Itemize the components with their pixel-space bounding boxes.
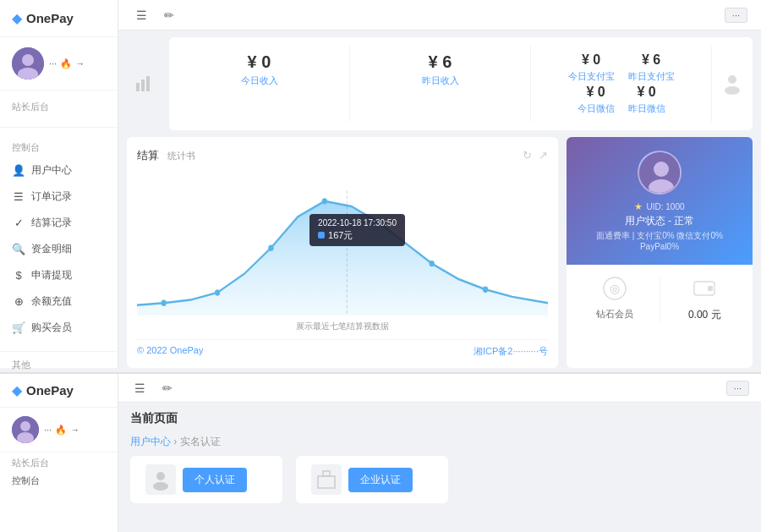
stat-today-income: ¥ 0 今日收入 — [169, 46, 350, 122]
svg-rect-28 — [318, 476, 335, 488]
chart-area: 2022-10-18 17:30:50 167元 — [137, 170, 548, 315]
today-alipay-label: 今日支付宝 — [568, 70, 615, 83]
sidebar-item-order-records[interactable]: ☰ 订单记录 — [0, 184, 118, 210]
diamond-icon: ◎ — [603, 277, 627, 304]
admin-section-title: 站长后台 — [0, 97, 118, 117]
sidebar-item-apply-withdraw[interactable]: $ 申请提现 — [0, 262, 118, 288]
stats-row: ¥ 0 今日收入 ¥ 6 昨日收入 ¥ 0 今日支付宝 — [169, 37, 753, 130]
breadcrumb: 用户中心 › 实名认证 — [130, 435, 749, 449]
sidebar-admin-section: 站长后台 — [0, 90, 118, 123]
yesterday-income-label: 昨日收入 — [359, 74, 522, 87]
yesterday-alipay-amount: ¥ 6 — [628, 52, 675, 68]
svg-point-1 — [22, 54, 34, 66]
svg-point-24 — [20, 421, 30, 431]
cert-card-company: 企业认证 — [296, 456, 448, 503]
sidebar-avatar-area: ··· 🔥 → — [0, 37, 118, 90]
sidebar-item-user-center[interactable]: 👤 用户中心 — [0, 157, 118, 184]
svg-point-12 — [375, 219, 380, 225]
today-income-label: 今日收入 — [178, 74, 341, 87]
wallet-details-icon: 🔍 — [12, 243, 25, 255]
sidebar-item-balance-records[interactable]: ✓ 结算记录 — [0, 210, 118, 236]
svg-rect-29 — [323, 471, 330, 476]
today-alipay-amount: ¥ 0 — [568, 52, 615, 68]
page-content: 当前页面 用户中心 › 实名认证 个人认证 企业认证 — [118, 403, 761, 512]
sidebar2-item-control: 控制台 — [0, 471, 118, 491]
svg-rect-3 — [136, 83, 140, 91]
admin2-section: 站长后台 — [0, 452, 118, 471]
profile-top: ★ UID: 1000 用户状态 - 正常 面通费率 | 支付宝0% 微信支付0… — [567, 137, 753, 265]
breadcrumb-parent[interactable]: 用户中心 — [130, 436, 171, 447]
breadcrumb-child: 实名认证 — [180, 436, 221, 447]
sidebar-item-wallet-details[interactable]: 🔍 资金明细 — [0, 236, 118, 262]
window2: ◆ OnePay ··· 🔥 → 站长后台 控制台 — [0, 372, 761, 532]
footer-copy: © 2022 — [137, 345, 170, 355]
chart-hint: 展示最近七笔结算视数据 — [137, 321, 548, 332]
tag-button[interactable]: ··· — [725, 8, 747, 23]
sidebar2-avatar: ··· 🔥 → — [0, 408, 118, 452]
topbar2: ☰ ✏ ··· — [118, 374, 761, 403]
profile-stat-balance: 0.00 元 — [669, 277, 742, 322]
svg-point-11 — [322, 198, 327, 204]
personal-cert-button[interactable]: 个人认证 — [183, 468, 247, 492]
topbar2-left: ☰ ✏ — [130, 380, 177, 397]
today-wx-label: 今日微信 — [578, 102, 615, 115]
avatar — [12, 47, 44, 80]
svg-point-26 — [156, 472, 165, 480]
page-title: 当前页面 — [130, 411, 749, 426]
edit2-button[interactable]: ✏ — [158, 380, 177, 397]
menu2-button[interactable]: ☰ — [130, 380, 150, 397]
sidebar-logo: ◆ OnePay — [0, 0, 118, 37]
topbar: ☰ ✏ ··· — [118, 0, 761, 30]
svg-point-8 — [162, 300, 167, 306]
icp-text: 湘ICP备2··········号 — [474, 345, 548, 358]
svg-text:◎: ◎ — [610, 282, 620, 295]
menu-button[interactable]: ☰ — [132, 7, 151, 24]
profile-bottom: ◎ 钻石会员 0.00 元 — [567, 265, 753, 334]
chart-subtitle: 统计书 — [167, 151, 195, 161]
yesterday-wx-amount: ¥ 0 — [628, 85, 665, 100]
svg-point-27 — [153, 482, 168, 491]
svg-point-9 — [215, 289, 220, 295]
user-center-icon: 👤 — [12, 164, 25, 177]
bottom-row: 结算 统计书 ↻ ↗ — [127, 137, 753, 368]
chart-header: 结算 统计书 ↻ ↗ — [137, 147, 548, 163]
chart-icon-area — [127, 37, 162, 130]
chart-action-icons: ↻ ↗ — [523, 149, 548, 162]
logo-text: OnePay — [26, 11, 74, 25]
wallet-icon — [693, 277, 716, 304]
topbar-right: ··· — [725, 8, 747, 23]
apply-withdraw-icon: $ — [12, 269, 25, 282]
yesterday-alipay-label: 昨日支付宝 — [628, 70, 675, 83]
stats-area: ¥ 0 今日收入 ¥ 6 昨日收入 ¥ 0 今日支付宝 — [127, 37, 753, 130]
tag2-button[interactable]: ··· — [726, 381, 749, 396]
company-cert-button[interactable]: 企业认证 — [348, 468, 413, 492]
main-content: ☰ ✏ ··· ¥ 0 今日收入 ¥ 6 昨日收入 — [118, 0, 761, 368]
profile-divider — [660, 277, 660, 322]
logo2-icon: ◆ — [12, 382, 22, 398]
sidebar-item-buy-vip[interactable]: 🛒 购买会员 — [0, 315, 118, 341]
edit-button[interactable]: ✏ — [160, 7, 178, 24]
today-wx-amount: ¥ 0 — [578, 85, 615, 100]
diamond-label: 钻石会员 — [596, 308, 633, 321]
avatar2 — [12, 416, 39, 443]
stat-yesterday-income: ¥ 6 昨日收入 — [350, 46, 531, 122]
buy-vip-icon: 🛒 — [12, 321, 25, 334]
sidebar-item-topup[interactable]: ⊕ 余额充值 — [0, 288, 118, 315]
yesterday-income-amount: ¥ 6 — [359, 52, 522, 72]
logout2-icon[interactable]: → — [70, 425, 79, 435]
chart-title-area: 结算 统计书 — [137, 147, 195, 163]
window1: ◆ OnePay ··· 🔥 → 站长后台 — [0, 0, 761, 368]
personal-cert-icon — [145, 464, 176, 495]
sidebar2-logo: ◆ OnePay — [0, 374, 118, 408]
svg-point-6 — [728, 75, 736, 84]
profile-avatar — [638, 151, 682, 195]
profile-status: 用户状态 - 正常 — [625, 214, 695, 228]
logout-icon[interactable]: → — [75, 58, 85, 69]
stat-alipay: ¥ 0 今日支付宝 ¥ 6 昨日支付宝 ¥ 0 今日微信 — [531, 46, 712, 122]
footer-brand: OnePay — [170, 345, 204, 355]
topup-icon: ⊕ — [12, 295, 25, 308]
cert-card-personal: 个人认证 — [130, 456, 282, 503]
share-icon[interactable]: ↗ — [539, 149, 548, 162]
refresh-icon[interactable]: ↻ — [523, 149, 532, 162]
logo-icon: ◆ — [12, 10, 22, 26]
